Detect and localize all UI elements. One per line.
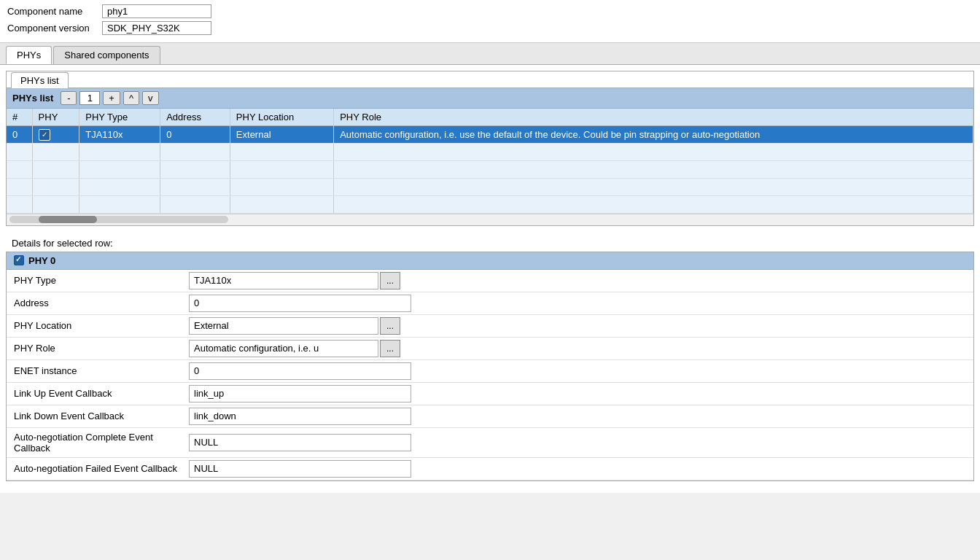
phys-table: # PHY PHY Type Address PHY Location PHY …: [7, 109, 973, 214]
move-up-button[interactable]: ^: [123, 91, 139, 105]
cell-phy-location: External: [230, 126, 333, 144]
main-content: PHYs list PHYs list - 1 + ^ v # PHY PHY …: [0, 65, 980, 493]
detail-label-link-down: Link Down Event Callback: [7, 405, 189, 428]
detail-label-phy-location: PHY Location: [7, 315, 189, 338]
component-name-value: phy1: [102, 4, 211, 18]
component-version-label: Component version: [7, 23, 102, 34]
table-row-empty-2: [7, 160, 973, 178]
phy-role-btn[interactable]: ...: [380, 340, 400, 357]
phy-type-btn[interactable]: ...: [380, 272, 400, 289]
phys-table-container: # PHY PHY Type Address PHY Location PHY …: [7, 109, 973, 214]
col-phy-type: PHY Type: [79, 109, 160, 126]
detail-label-autoneg-complete: Auto-negotiation Complete Event Callback: [7, 428, 189, 458]
detail-value-phy-type: ...: [189, 270, 973, 292]
table-row-empty-1: [7, 143, 973, 160]
detail-value-autoneg-complete: [189, 428, 973, 458]
phys-list-toolbar: PHYs list - 1 + ^ v: [7, 88, 973, 109]
move-down-button[interactable]: v: [142, 91, 159, 105]
scrollbar-track[interactable]: [9, 216, 228, 223]
top-bar: Component name phy1 Component version SD…: [0, 0, 980, 65]
table-row-empty-4: [7, 195, 973, 213]
details-phy-title: PHY 0: [28, 255, 55, 266]
detail-label-link-up: Link Up Event Callback: [7, 383, 189, 405]
col-index: #: [7, 109, 32, 126]
details-grid: PHY Type ... Address PHY Location ... PH…: [7, 270, 973, 481]
cell-phy-checked: ✓: [32, 126, 79, 144]
add-phy-button[interactable]: +: [103, 91, 120, 105]
link-up-input[interactable]: [189, 385, 411, 402]
cell-address: 0: [160, 126, 230, 144]
detail-value-phy-role: ...: [189, 338, 973, 360]
detail-label-autoneg-failed: Auto-negotiation Failed Event Callback: [7, 458, 189, 481]
detail-value-link-up: [189, 383, 973, 405]
details-header: PHY 0: [7, 252, 973, 270]
cell-phy-role: Automatic configuration, i.e. use the de…: [334, 126, 973, 144]
table-row[interactable]: 0 ✓ TJA110x 0 External Automatic configu…: [7, 126, 973, 144]
toolbar-label: PHYs list: [12, 93, 53, 104]
detail-value-autoneg-failed: [189, 458, 973, 481]
scrollbar-thumb[interactable]: [39, 216, 97, 223]
phys-list-tab[interactable]: PHYs list: [11, 72, 69, 88]
tab-phys[interactable]: PHYs: [6, 46, 52, 64]
detail-label-enet-instance: ENET instance: [7, 360, 189, 383]
remove-phy-button[interactable]: -: [61, 91, 77, 105]
detail-value-link-down: [189, 405, 973, 428]
details-box: PHY 0 PHY Type ... Address PHY Location …: [6, 252, 974, 481]
link-down-input[interactable]: [189, 408, 411, 425]
detail-label-phy-type: PHY Type: [7, 270, 189, 292]
autoneg-failed-input[interactable]: [189, 460, 411, 478]
detail-label-address: Address: [7, 292, 189, 315]
main-tabs: PHYs Shared components: [0, 43, 980, 65]
component-name-label: Component name: [7, 6, 102, 17]
col-address: Address: [160, 109, 230, 126]
phy-type-input[interactable]: [189, 272, 378, 289]
phy-role-input[interactable]: [189, 340, 378, 357]
autoneg-complete-input[interactable]: [189, 434, 411, 451]
address-input[interactable]: [189, 295, 411, 312]
phy-location-btn[interactable]: ...: [380, 317, 400, 335]
cell-phy-type: TJA110x: [79, 126, 160, 144]
col-phy-role: PHY Role: [334, 109, 973, 126]
cell-index: 0: [7, 126, 32, 144]
component-version-value: SDK_PHY_S32K: [102, 21, 211, 35]
enet-instance-input[interactable]: [189, 362, 411, 380]
col-phy-location: PHY Location: [230, 109, 333, 126]
table-row-empty-3: [7, 178, 973, 195]
detail-value-address: [189, 292, 973, 315]
horizontal-scrollbar[interactable]: [7, 214, 973, 225]
col-phy: PHY: [32, 109, 79, 126]
tab-shared-components[interactable]: Shared components: [53, 46, 160, 64]
phy-location-input[interactable]: [189, 317, 378, 335]
detail-value-enet-instance: [189, 360, 973, 383]
phys-list-section: PHYs list PHYs list - 1 + ^ v # PHY PHY …: [6, 71, 974, 226]
detail-value-phy-location: ...: [189, 315, 973, 338]
detail-label-phy-role: PHY Role: [7, 338, 189, 360]
details-label: Details for selected row:: [6, 233, 974, 252]
phy0-checkbox-icon[interactable]: [14, 255, 24, 265]
phy-count: 1: [79, 91, 100, 105]
